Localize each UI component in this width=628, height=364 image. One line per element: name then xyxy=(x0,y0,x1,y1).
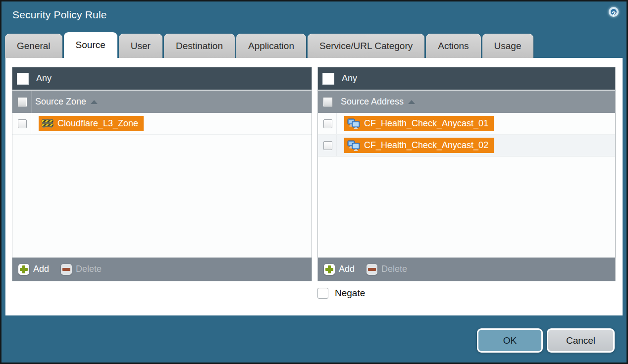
tab-user[interactable]: User xyxy=(119,34,162,58)
address-select-all-checkbox[interactable] xyxy=(323,97,333,107)
divider xyxy=(31,91,32,113)
delete-minus-icon xyxy=(366,264,377,275)
address-panel-footer: Add Delete xyxy=(318,258,615,281)
help-icon[interactable]: ? xyxy=(609,7,619,17)
negate-label: Negate xyxy=(335,288,365,299)
source-address-panel: Any Source Address xyxy=(317,67,616,281)
dialog-title: Security Policy Rule xyxy=(12,9,107,21)
zone-item[interactable]: Cloudflare_L3_Zone xyxy=(39,116,144,131)
add-plus-icon xyxy=(18,264,29,275)
address-any-label: Any xyxy=(342,73,357,84)
tab-actions[interactable]: Actions xyxy=(426,34,480,58)
add-button[interactable]: Add xyxy=(18,264,49,275)
address-item-label: CF_Health_Check_Anycast_01 xyxy=(364,118,488,129)
divider xyxy=(337,91,337,113)
address-rows: CF_Health_Check_Anycast_01 xyxy=(318,113,615,258)
address-column-header[interactable]: Source Address xyxy=(318,91,615,113)
table-row[interactable]: CF_Health_Check_Anycast_01 xyxy=(318,113,615,135)
zone-item-label: Cloudflare_L3_Zone xyxy=(57,118,138,129)
zone-any-bar: Any xyxy=(12,67,312,90)
add-plus-icon xyxy=(324,264,335,275)
address-icon xyxy=(347,140,360,151)
negate-checkbox[interactable] xyxy=(317,288,328,299)
zone-any-label: Any xyxy=(36,73,52,84)
tab-source[interactable]: Source xyxy=(64,32,117,58)
row-checkbox-cell xyxy=(318,113,337,134)
sort-ascending-icon[interactable] xyxy=(91,100,98,104)
tab-service-url-category[interactable]: Service/URL Category xyxy=(308,34,424,58)
tab-bar: General Source User Destination Applicat… xyxy=(5,32,533,58)
sort-ascending-icon[interactable] xyxy=(408,100,415,104)
cancel-button[interactable]: Cancel xyxy=(547,328,615,353)
zone-select-all-checkbox[interactable] xyxy=(17,97,27,107)
zone-column-label: Source Zone xyxy=(35,97,86,107)
tab-destination[interactable]: Destination xyxy=(164,34,235,58)
source-tab-content: Any Source Zone xyxy=(5,58,623,315)
address-any-checkbox[interactable] xyxy=(322,73,334,85)
negate-control: Negate xyxy=(317,288,365,299)
add-button[interactable]: Add xyxy=(324,264,355,275)
source-zone-panel: Any Source Zone xyxy=(12,67,312,281)
zone-rows: Cloudflare_L3_Zone xyxy=(12,113,312,258)
address-item[interactable]: CF_Health_Check_Anycast_02 xyxy=(344,138,494,153)
address-item[interactable]: CF_Health_Check_Anycast_01 xyxy=(344,116,494,131)
address-any-bar: Any xyxy=(318,67,615,90)
delete-button[interactable]: Delete xyxy=(366,264,407,275)
address-icon xyxy=(347,118,360,129)
row-checkbox[interactable] xyxy=(323,119,332,128)
delete-button[interactable]: Delete xyxy=(61,264,102,275)
row-checkbox[interactable] xyxy=(323,141,332,150)
ok-button[interactable]: OK xyxy=(477,328,543,353)
row-checkbox-cell xyxy=(12,113,31,134)
delete-minus-icon xyxy=(61,264,72,275)
zone-panel-footer: Add Delete xyxy=(12,258,312,281)
table-row[interactable]: Cloudflare_L3_Zone xyxy=(12,113,312,135)
address-column-label: Source Address xyxy=(341,97,404,107)
address-item-label: CF_Health_Check_Anycast_02 xyxy=(364,140,488,151)
row-checkbox[interactable] xyxy=(18,119,27,128)
row-checkbox-cell xyxy=(318,135,337,156)
zone-column-header[interactable]: Source Zone xyxy=(12,91,312,113)
security-policy-rule-dialog: Security Policy Rule ? General Source Us… xyxy=(0,0,628,364)
tab-usage[interactable]: Usage xyxy=(482,34,533,58)
tab-general[interactable]: General xyxy=(5,34,62,58)
tab-application[interactable]: Application xyxy=(236,34,306,58)
zone-icon xyxy=(42,119,53,128)
zone-any-checkbox[interactable] xyxy=(17,73,29,85)
table-row[interactable]: CF_Health_Check_Anycast_02 xyxy=(318,135,615,156)
